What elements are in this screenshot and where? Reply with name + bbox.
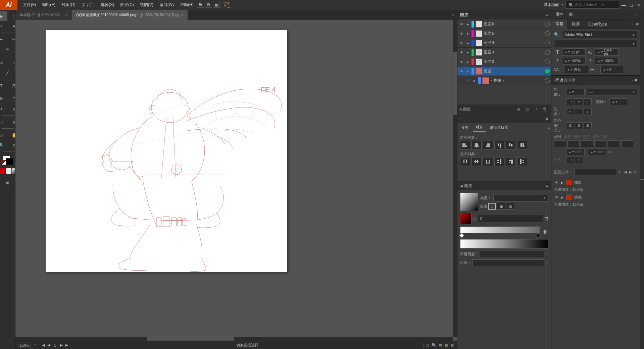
dist-left-btn[interactable] [494,157,504,166]
menu-select[interactable]: 选择(S) [98,1,117,9]
gradient-type-dropdown[interactable]: ▼ [493,194,548,202]
va-value-field[interactable]: ▲▼ 0 [600,66,624,73]
tab-properties[interactable]: 属性 [554,10,565,19]
minimize-btn[interactable]: — [621,2,627,8]
page-nav-next[interactable]: ▶ [60,343,63,347]
align-bottom-btn[interactable] [517,141,527,149]
percent-field-2[interactable]: ▲▼ 100% [588,148,606,155]
zoom-level[interactable]: 150% [18,343,31,348]
align-right-btn[interactable] [483,141,493,149]
type-tool[interactable]: T [0,81,7,90]
fill-sub-eye[interactable]: 👁 [554,194,559,200]
layer-2-expand[interactable] [465,59,470,64]
stock-btn[interactable]: St [205,2,212,8]
align-center-h-btn[interactable] [472,141,482,149]
layer-thumbs-btn[interactable]: ▦ [445,343,448,347]
line-tool[interactable]: ╱ [2,68,14,77]
align-center-v-btn[interactable] [506,141,516,149]
align-top-btn[interactable] [494,141,504,149]
align-options-btn[interactable]: ≡ [547,125,550,130]
config-file-value[interactable] [575,169,616,175]
direct-select-tool[interactable]: ▷ [8,11,16,21]
dash-field-3[interactable] [581,140,593,147]
fill-sub-swatch[interactable] [566,194,572,200]
layer-6-eye[interactable] [459,21,464,27]
tab-transform[interactable]: 变换 [459,124,472,131]
font-family-dropdown[interactable]: Adobe 宋体 Std L [562,31,637,38]
kerning-field[interactable]: ▲▼ 100% [595,57,618,64]
tab-align[interactable]: 对齐 [473,123,486,132]
layer-6-expand[interactable] [465,22,470,27]
dash-field-2[interactable] [567,140,580,147]
join-round-btn[interactable]: ⌒ [575,108,583,115]
align2-btn-1[interactable]: ⊣ [566,157,574,163]
layer-1-eye[interactable] [459,69,464,74]
transparency-tab[interactable]: 透明度 [563,78,576,83]
layer-4-eye[interactable] [459,40,464,46]
right-resize-handle[interactable]: | [640,10,644,349]
stroke-btn-2[interactable]: ▣ [497,203,505,210]
align2-btn-2[interactable]: ⊡ [575,157,583,163]
fill-sub-header[interactable]: 👁 ▶ 填色 [551,193,640,201]
align-inside-btn[interactable]: ⊟ [575,122,583,129]
pen-tool[interactable]: ✒ [0,35,7,44]
gradient-stop-right[interactable] [536,233,540,238]
stroke-sub-eye[interactable]: 👁 [554,180,559,185]
config-options-btn[interactable]: ⊡ [634,170,637,174]
layer-row-image[interactable]: 👁 ＜图像＞ [457,76,551,85]
close-btn[interactable]: ✕ [636,2,641,8]
shape-tool-rect[interactable]: ▭ [0,58,7,67]
magic-wand-tool[interactable]: ✦ [8,21,16,31]
align-menu-btn[interactable] [546,116,548,121]
artboards-tool[interactable]: ⊞ [2,178,14,187]
dist-center-h-btn[interactable] [472,157,482,166]
dash-field-5[interactable] [608,140,620,147]
dist-right-btn[interactable] [517,157,527,166]
tab-untitled[interactable]: 未标题-1* @ 100% (CMY… ✕ [15,10,72,20]
layout-btn[interactable]: ▦ [213,2,220,8]
config-next-btn[interactable]: ▶ [629,170,632,174]
zoom-tool[interactable]: 🔍 [0,140,7,150]
artboard-options-btn[interactable]: □ [524,106,531,113]
stroke-menu-btn[interactable] [635,78,637,83]
tab-pathfinder[interactable]: 路径查找器 [487,124,511,131]
delete-layer-btn[interactable]: 🗑 [542,106,548,113]
symbol-tool[interactable]: ⊞ [0,117,7,127]
stroke-weight-field[interactable]: ▲▼ [566,89,585,95]
pencil-tool[interactable]: ✏ [2,45,14,54]
stroke-sub-header[interactable]: 👁 ▶ 描边 [551,178,640,186]
stroke-btn-1[interactable]: □ [488,203,496,210]
maximize-btn[interactable]: □ [629,2,634,8]
workspace-label[interactable]: 基本功能 [544,2,559,7]
rotate-tool[interactable]: ↻ [0,94,7,103]
page-nav-next2[interactable]: ▶ [65,343,68,347]
hand-tool[interactable]: ✋ [8,130,16,140]
layer-row-5[interactable]: 图层 5 [457,29,551,38]
canvas-content[interactable]: FE 4 [15,20,457,341]
font-size-field[interactable]: ▲▼ 12 pt [562,48,586,56]
zoom-in-btn[interactable]: 🔍 [432,343,436,347]
tracking-field[interactable]: ▲▼ 100% [562,57,586,64]
align-left-btn[interactable] [460,141,470,149]
menu-edit[interactable]: 编辑(E) [39,1,58,9]
type-vertical[interactable]: |T [8,81,16,90]
warp-tool[interactable]: ⌇ [0,104,7,114]
tab-untitled-close[interactable]: ✕ [65,13,68,17]
tab-char[interactable]: 字符 [551,19,568,29]
stroke-sub-swatch[interactable] [566,180,572,185]
tab-screenshot-close[interactable]: ✕ [181,13,184,17]
delete-artboard-btn[interactable]: 🗑 [451,343,454,347]
page-nav-prev[interactable]: ◀ [42,343,45,347]
horizontal-scrollbar[interactable] [15,337,453,341]
stroke-btn-3[interactable]: ▤ [506,203,514,210]
menu-view[interactable]: 视图(V) [137,1,156,9]
ellipse-tool[interactable]: ○ [8,58,16,67]
color-swatches[interactable] [2,154,14,166]
layer-2-eye[interactable] [459,59,464,64]
stroke-sub-expand[interactable]: ▶ [561,181,563,184]
menu-object[interactable]: 对象(O) [59,1,78,9]
menu-file[interactable]: 文件(F) [20,1,39,9]
layer-row-6[interactable]: 图层 6 [457,19,551,29]
add-layer-btn[interactable]: + [533,106,540,113]
layers-menu-btn[interactable] [546,12,548,17]
